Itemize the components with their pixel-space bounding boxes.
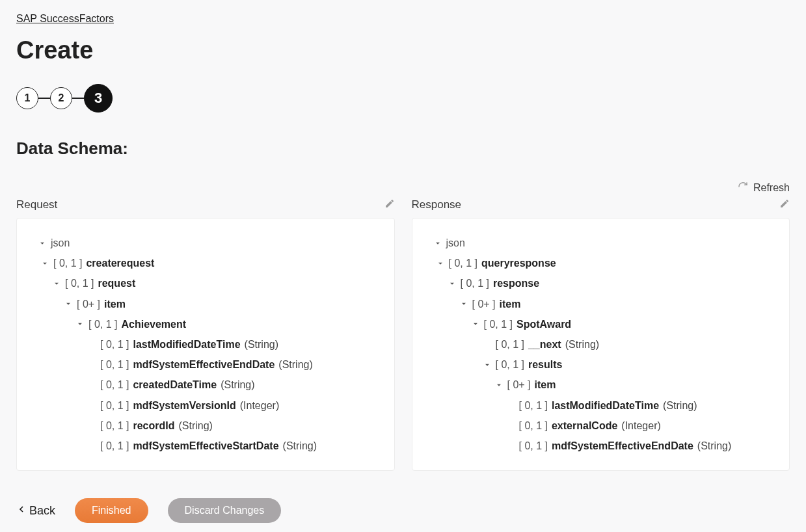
node-name: createrequest xyxy=(86,257,154,269)
tree-leaf[interactable]: [ 0, 1 ] recordId (String) xyxy=(29,416,383,436)
node-cardinality: [ 0, 1 ] xyxy=(100,338,129,351)
node-cardinality: [ 0+ ] xyxy=(472,298,496,310)
response-panel: json [ 0, 1 ] queryresponse [ 0, 1 ] res… xyxy=(412,218,790,471)
node-type: (String) xyxy=(221,379,254,391)
tree-node[interactable]: [ 0, 1 ] Achievement xyxy=(29,314,383,334)
tree-leaf[interactable]: [ 0, 1 ] mdfSystemEffectiveEndDate (Stri… xyxy=(29,354,383,375)
tree-node[interactable]: [ 0+ ] item xyxy=(424,294,778,314)
node-name: request xyxy=(98,277,135,289)
tree-node[interactable]: [ 0, 1 ] results xyxy=(424,354,778,375)
step-1[interactable]: 1 xyxy=(16,87,38,109)
tree-node[interactable]: [ 0, 1 ] SpotAward xyxy=(424,314,778,334)
refresh-label[interactable]: Refresh xyxy=(753,182,790,194)
tree-leaf[interactable]: [ 0, 1 ] createdDateTime (String) xyxy=(29,375,383,395)
step-3[interactable]: 3 xyxy=(84,84,113,113)
chevron-down-icon xyxy=(483,360,492,370)
node-name: mdfSystemVersionId xyxy=(133,399,235,412)
stepper: 1 2 3 xyxy=(16,84,790,113)
step-separator xyxy=(38,98,50,99)
refresh-icon[interactable] xyxy=(738,181,748,194)
request-panel: json [ 0, 1 ] createrequest [ 0, 1 ] req… xyxy=(16,218,395,471)
step-separator xyxy=(72,98,84,99)
tree-leaf[interactable]: [ 0, 1 ] externalCode (Integer) xyxy=(424,416,778,436)
back-link[interactable]: Back xyxy=(16,504,55,518)
node-name: mdfSystemEffectiveEndDate xyxy=(552,440,693,452)
node-cardinality: [ 0, 1 ] xyxy=(100,399,129,412)
node-type: (String) xyxy=(178,419,212,432)
node-label: json xyxy=(446,237,465,249)
node-name: Achievement xyxy=(121,318,186,330)
chevron-down-icon xyxy=(75,319,85,329)
tree-leaf[interactable]: [ 0, 1 ] mdfSystemVersionId (Integer) xyxy=(29,395,383,416)
node-cardinality: [ 0+ ] xyxy=(507,379,531,391)
node-name: item xyxy=(500,298,521,310)
node-type: (String) xyxy=(278,358,312,371)
tree-leaf[interactable]: [ 0, 1 ] mdfSystemEffectiveStartDate (St… xyxy=(29,436,383,456)
node-cardinality: [ 0, 1 ] xyxy=(100,440,129,452)
node-cardinality: [ 0, 1 ] xyxy=(484,318,513,330)
chevron-down-icon xyxy=(471,319,480,329)
node-cardinality: [ 0, 1 ] xyxy=(100,358,129,371)
node-cardinality: [ 0, 1 ] xyxy=(519,399,548,412)
chevron-down-icon xyxy=(459,299,468,309)
chevron-down-icon xyxy=(38,238,47,248)
discard-changes-button[interactable]: Discard Changes xyxy=(168,498,282,523)
node-cardinality: [ 0+ ] xyxy=(77,298,100,310)
node-cardinality: [ 0, 1 ] xyxy=(88,318,117,330)
node-name: createdDateTime xyxy=(133,379,217,391)
finished-button[interactable]: Finished xyxy=(75,498,148,523)
node-cardinality: [ 0, 1 ] xyxy=(53,257,82,269)
tree-node[interactable]: [ 0, 1 ] createrequest xyxy=(29,253,383,273)
tree-leaf[interactable]: [ 0, 1 ] lastModifiedDateTime (String) xyxy=(29,334,383,354)
tree-node-json[interactable]: json xyxy=(424,233,778,253)
chevron-down-icon xyxy=(40,258,49,269)
page-title: Create xyxy=(16,36,790,64)
chevron-down-icon xyxy=(494,380,504,390)
tree-node[interactable]: [ 0+ ] item xyxy=(29,294,383,314)
pencil-icon[interactable] xyxy=(779,198,790,211)
node-type: (String) xyxy=(245,338,278,351)
response-column: Response json [ 0, 1 ] queryresponse [ 0… xyxy=(412,198,790,471)
node-cardinality: [ 0, 1 ] xyxy=(496,358,524,371)
pencil-icon[interactable] xyxy=(384,198,395,211)
node-name: response xyxy=(493,277,539,289)
request-column: Request json [ 0, 1 ] createrequest [ 0,… xyxy=(16,198,395,471)
node-label: json xyxy=(51,237,70,249)
node-name: externalCode xyxy=(552,419,617,432)
chevron-down-icon xyxy=(436,258,445,269)
node-type: (String) xyxy=(565,338,599,351)
tree-node[interactable]: [ 0, 1 ] request xyxy=(29,273,383,293)
back-label: Back xyxy=(29,504,55,518)
node-cardinality: [ 0, 1 ] xyxy=(496,338,524,351)
node-cardinality: [ 0, 1 ] xyxy=(449,257,477,269)
tree-leaf[interactable]: [ 0, 1 ] lastModifiedDateTime (String) xyxy=(424,395,778,416)
chevron-down-icon xyxy=(433,238,442,248)
tree-node[interactable]: [ 0, 1 ] queryresponse xyxy=(424,253,778,273)
node-name: __next xyxy=(528,338,561,351)
node-name: item xyxy=(535,379,556,391)
node-name: recordId xyxy=(133,419,174,432)
chevron-left-icon xyxy=(16,504,27,518)
tree-leaf[interactable]: [ 0, 1 ] __next (String) xyxy=(424,334,778,354)
node-cardinality: [ 0, 1 ] xyxy=(100,379,129,391)
node-name: item xyxy=(104,298,126,310)
chevron-down-icon xyxy=(52,278,61,289)
chevron-down-icon xyxy=(64,299,73,309)
tree-node-json[interactable]: json xyxy=(29,233,383,253)
tree-leaf[interactable]: [ 0, 1 ] mdfSystemEffectiveEndDate (Stri… xyxy=(424,436,778,456)
node-name: mdfSystemEffectiveStartDate xyxy=(133,440,278,452)
step-2[interactable]: 2 xyxy=(50,87,72,109)
node-type: (Integer) xyxy=(621,419,660,432)
node-cardinality: [ 0, 1 ] xyxy=(65,277,94,289)
node-name: lastModifiedDateTime xyxy=(552,399,659,412)
breadcrumb-link[interactable]: SAP SuccessFactors xyxy=(16,13,114,24)
tree-node[interactable]: [ 0+ ] item xyxy=(424,375,778,395)
node-cardinality: [ 0, 1 ] xyxy=(461,277,489,289)
tree-node[interactable]: [ 0, 1 ] response xyxy=(424,273,778,293)
node-name: mdfSystemEffectiveEndDate xyxy=(133,358,275,371)
section-title: Data Schema: xyxy=(16,139,790,159)
node-name: results xyxy=(528,358,562,371)
node-cardinality: [ 0, 1 ] xyxy=(519,440,548,452)
node-cardinality: [ 0, 1 ] xyxy=(100,419,129,432)
node-cardinality: [ 0, 1 ] xyxy=(519,419,548,432)
